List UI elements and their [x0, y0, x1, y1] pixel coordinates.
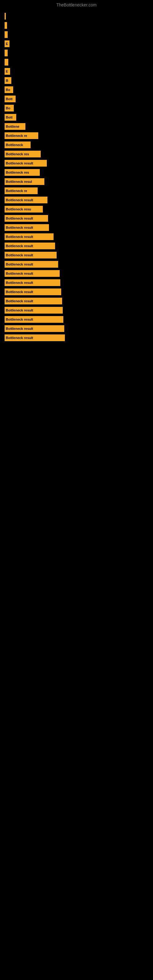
- bar-item: Bottleneck result: [5, 334, 65, 341]
- bar-row: Bottleneck re: [5, 132, 150, 139]
- bar-row: Bottleneck result: [5, 298, 150, 304]
- bar-item: Bottleneck result: [5, 197, 48, 204]
- bar-item: Bottleneck re: [5, 132, 38, 139]
- bar-item: Bottleneck resu: [5, 206, 43, 213]
- bar-item: B: [5, 77, 11, 84]
- bar-item: Bottleneck res: [5, 169, 40, 176]
- bar-row: Bottlene: [5, 123, 150, 130]
- bar-item: Bott: [5, 95, 16, 102]
- bar-row: E: [5, 68, 150, 75]
- bar-item: Bottleneck result: [5, 270, 60, 277]
- bar-row: [5, 59, 150, 65]
- bar-item: Bott: [5, 114, 16, 121]
- bar-row: Bottleneck resul: [5, 178, 150, 185]
- bar-item: Bottleneck result: [5, 252, 57, 258]
- site-title: TheBottlenecker.com: [0, 0, 153, 10]
- bars-container: EEBBoBottBoBottBottleneBottleneck reBott…: [0, 10, 153, 347]
- bar-row: Bottleneck result: [5, 325, 150, 332]
- bar-item: E: [5, 68, 10, 75]
- bar-item: Bottleneck result: [5, 224, 49, 231]
- bar-row: Bott: [5, 95, 150, 102]
- bar-item: Bottleneck resul: [5, 178, 45, 185]
- bar-item: [5, 49, 8, 56]
- bar-row: Bottleneck result: [5, 224, 150, 231]
- bar-item: Bottleneck result: [5, 261, 58, 268]
- bar-row: Bottleneck result: [5, 261, 150, 268]
- bar-row: Bottleneck result: [5, 288, 150, 295]
- bar-row: Bo: [5, 105, 150, 111]
- bar-row: Bottleneck result: [5, 215, 150, 222]
- bar-row: Bottleneck result: [5, 334, 150, 341]
- bar-row: Bottleneck result: [5, 279, 150, 286]
- bar-row: Bottleneck result: [5, 243, 150, 249]
- bar-item: Bottleneck re: [5, 188, 38, 194]
- bar-item: Bottleneck result: [5, 298, 62, 304]
- bar-row: [5, 22, 150, 29]
- bar-item: E: [5, 40, 10, 47]
- bar-item: Bottleneck result: [5, 243, 55, 249]
- bar-row: [5, 13, 150, 20]
- bar-row: Bottleneck result: [5, 197, 150, 204]
- bar-row: [5, 31, 150, 38]
- bar-row: B: [5, 77, 150, 84]
- bar-item: Bottleneck result: [5, 307, 63, 313]
- bar-item: Bottleneck result: [5, 288, 61, 295]
- bar-item: Bottleneck result: [5, 316, 63, 323]
- bar-item: [5, 22, 7, 29]
- bar-row: Bottleneck res: [5, 151, 150, 158]
- bar-row: Bottleneck result: [5, 160, 150, 167]
- bar-item: Bo: [5, 86, 13, 93]
- bar-item: [5, 59, 8, 65]
- bar-item: Bottlene: [5, 123, 26, 130]
- bar-item: Bottleneck result: [5, 279, 60, 286]
- bar-row: Bottleneck resu: [5, 206, 150, 213]
- bar-item: Bottleneck res: [5, 151, 41, 158]
- bar-item: Bottleneck: [5, 142, 30, 148]
- bar-row: Bottleneck result: [5, 307, 150, 313]
- bar-row: Bottleneck result: [5, 270, 150, 277]
- bar-row: Bottleneck: [5, 142, 150, 148]
- bar-row: Bottleneck result: [5, 316, 150, 323]
- bar-row: E: [5, 40, 150, 47]
- bar-row: Bo: [5, 86, 150, 93]
- bar-item: [5, 31, 8, 38]
- bar-item: Bottleneck result: [5, 325, 64, 332]
- bar-row: Bott: [5, 114, 150, 121]
- bar-item: [5, 13, 6, 20]
- bar-row: Bottleneck res: [5, 169, 150, 176]
- bar-item: Bottleneck result: [5, 215, 48, 222]
- bar-item: Bo: [5, 105, 14, 111]
- bar-row: Bottleneck result: [5, 252, 150, 258]
- bar-row: [5, 49, 150, 56]
- bar-item: Bottleneck result: [5, 160, 47, 167]
- bar-row: Bottleneck result: [5, 233, 150, 240]
- bar-row: Bottleneck re: [5, 188, 150, 194]
- bar-item: Bottleneck result: [5, 233, 54, 240]
